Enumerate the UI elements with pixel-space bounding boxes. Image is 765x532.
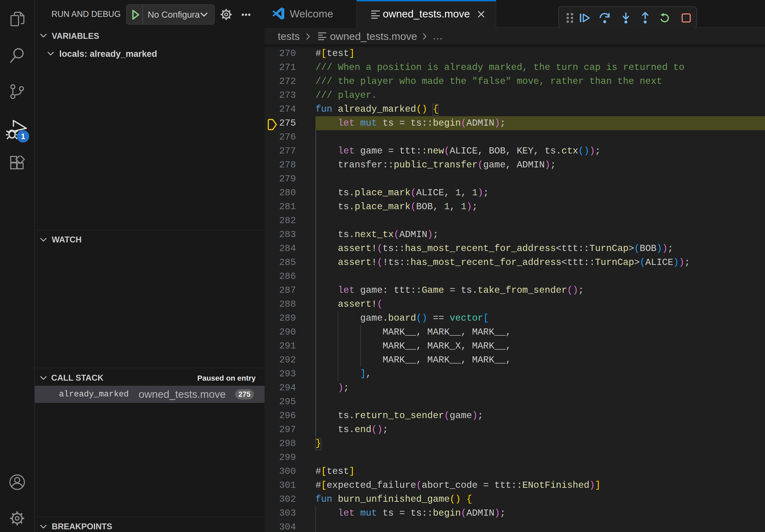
svg-text:1: 1: [21, 132, 25, 140]
